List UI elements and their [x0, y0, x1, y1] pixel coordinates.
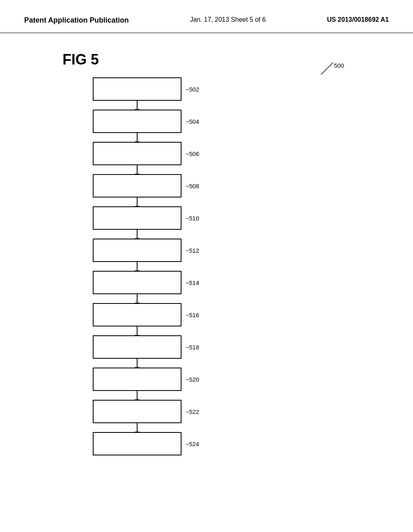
box-514 [93, 271, 181, 294]
box-516 [93, 303, 181, 326]
arrow-502-504 [137, 101, 138, 110]
diagram-container: FIG 5 500 −502 −504 −506 −508 [0, 33, 413, 525]
label-506: −506 [186, 150, 199, 157]
box-524 [93, 432, 181, 455]
box-512 [93, 239, 181, 262]
label-504: −504 [186, 118, 199, 125]
box-508 [93, 174, 181, 197]
publication-date-sheet: Jan. 17, 2013 Sheet 5 of 6 [190, 16, 266, 23]
arrow-506-508 [137, 165, 138, 174]
box-522 [93, 400, 181, 423]
arrow-516-518 [137, 326, 138, 335]
box-520 [93, 368, 181, 391]
label-524: −524 [186, 441, 199, 447]
box-506 [93, 142, 181, 165]
label-502: −502 [186, 86, 199, 93]
step-506: −506 [93, 142, 181, 165]
step-516: −516 [93, 303, 181, 326]
svg-text:500: 500 [334, 62, 344, 69]
flowchart: −502 −504 −506 −508 −510 −512 [93, 77, 181, 455]
label-516: −516 [186, 312, 199, 318]
publication-number: US 2013/0018692 A1 [327, 16, 389, 23]
label-522: −522 [186, 408, 199, 415]
step-514: −514 [93, 271, 181, 294]
box-504 [93, 110, 181, 133]
figure-label: FIG 5 [63, 51, 99, 68]
label-512: −512 [186, 247, 199, 254]
step-520: −520 [93, 368, 181, 391]
box-502 [93, 77, 181, 101]
arrow-508-510 [137, 197, 138, 206]
page-header: Patent Application Publication Jan. 17, … [0, 0, 413, 33]
box-510 [93, 206, 181, 230]
step-522: −522 [93, 400, 181, 423]
label-518: −518 [186, 344, 199, 351]
publication-title: Patent Application Publication [24, 16, 129, 25]
label-520: −520 [186, 376, 199, 383]
arrow-514-516 [137, 294, 138, 303]
arrow-504-506 [137, 133, 138, 142]
diagram-ref-arrow: 500 [313, 60, 345, 77]
arrow-520-522 [137, 391, 138, 400]
step-502: −502 [93, 77, 181, 101]
arrow-510-512 [137, 230, 138, 239]
step-524: −524 [93, 432, 181, 455]
arrow-512-514 [137, 262, 138, 271]
step-508: −508 [93, 174, 181, 197]
step-512: −512 [93, 239, 181, 262]
step-504: −504 [93, 110, 181, 133]
label-508: −508 [186, 183, 199, 189]
label-514: −514 [186, 279, 199, 286]
svg-line-0 [321, 62, 333, 75]
arrow-522-524 [137, 423, 138, 432]
box-518 [93, 335, 181, 359]
label-510: −510 [186, 215, 199, 222]
step-518: −518 [93, 335, 181, 359]
step-510: −510 [93, 206, 181, 230]
arrow-518-520 [137, 359, 138, 368]
